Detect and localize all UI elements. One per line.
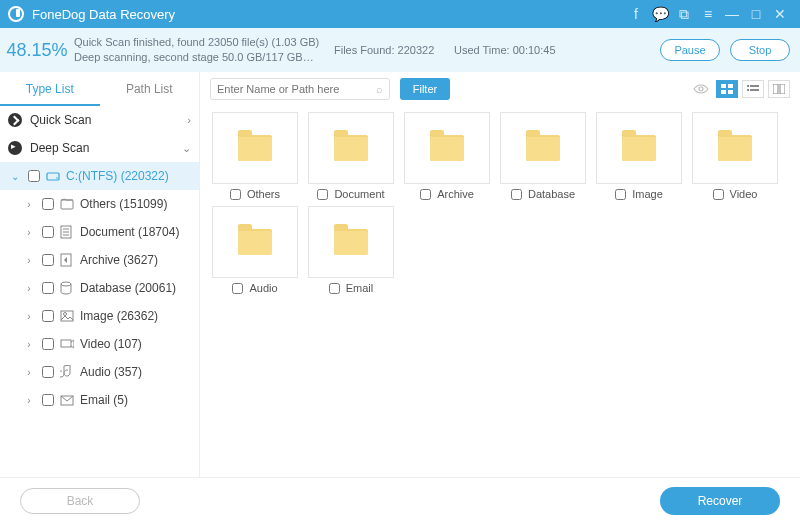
tree-item[interactable]: ›Document (18704) xyxy=(0,218,199,246)
grid-item[interactable]: Audio xyxy=(210,206,300,294)
grid-item-checkbox[interactable] xyxy=(232,283,243,294)
drive-icon xyxy=(46,170,62,182)
tree-item-label: Document (18704) xyxy=(80,225,179,239)
menu-icon[interactable]: ≡ xyxy=(696,2,720,26)
drive-checkbox[interactable] xyxy=(28,170,40,182)
grid-item-checkbox[interactable] xyxy=(420,189,431,200)
grid-item-checkbox[interactable] xyxy=(713,189,724,200)
folder-thumbnail xyxy=(596,112,682,184)
chevron-right-icon: › xyxy=(22,227,36,238)
svg-rect-9 xyxy=(61,311,73,321)
category-icon xyxy=(60,225,76,239)
recover-button[interactable]: Recover xyxy=(660,487,780,515)
facebook-icon[interactable]: f xyxy=(624,2,648,26)
used-time-label: Used Time: xyxy=(454,44,510,56)
search-input[interactable] xyxy=(217,83,376,95)
folder-icon xyxy=(430,135,464,161)
search-icon: ⌕ xyxy=(376,83,383,95)
view-list-icon[interactable] xyxy=(742,80,764,98)
grid-item[interactable]: Archive xyxy=(402,112,492,200)
folder-thumbnail xyxy=(308,112,394,184)
grid-item-label: Audio xyxy=(249,282,277,294)
tree: Quick Scan › Deep Scan ⌄ ⌄ C:(NTFS) (220… xyxy=(0,106,199,477)
category-icon xyxy=(60,365,76,379)
category-icon xyxy=(60,310,76,322)
filter-button[interactable]: Filter xyxy=(400,78,450,100)
tree-item[interactable]: ›Database (20061) xyxy=(0,274,199,302)
grid-item[interactable]: Database xyxy=(498,112,588,200)
grid-item[interactable]: Email xyxy=(306,206,396,294)
chevron-down-icon: ⌄ xyxy=(182,142,191,155)
folder-icon xyxy=(238,229,272,255)
svg-rect-22 xyxy=(773,84,778,94)
tree-item-checkbox[interactable] xyxy=(42,394,54,406)
tree-item[interactable]: ›Others (151099) xyxy=(0,190,199,218)
tree-item-label: Archive (3627) xyxy=(80,253,158,267)
folder-icon xyxy=(334,135,368,161)
tree-item-checkbox[interactable] xyxy=(42,366,54,378)
tab-path-list[interactable]: Path List xyxy=(100,72,200,106)
view-grid-icon[interactable] xyxy=(716,80,738,98)
tree-item-checkbox[interactable] xyxy=(42,282,54,294)
tree-item-checkbox[interactable] xyxy=(42,226,54,238)
tree-item[interactable]: ›Archive (3627) xyxy=(0,246,199,274)
tab-type-list[interactable]: Type List xyxy=(0,72,100,106)
chevron-down-icon: ⌄ xyxy=(8,171,22,182)
grid-item-label: Document xyxy=(334,188,384,200)
titlebar: FoneDog Data Recovery f 💬 ⧉ ≡ — □ ✕ xyxy=(0,0,800,28)
category-icon xyxy=(60,253,76,267)
tree-item[interactable]: ›Video (107) xyxy=(0,330,199,358)
tree-deep-scan[interactable]: Deep Scan ⌄ xyxy=(0,134,199,162)
maximize-icon[interactable]: □ xyxy=(744,2,768,26)
grid-item[interactable]: Document xyxy=(306,112,396,200)
folder-thumbnail xyxy=(212,112,298,184)
grid-item[interactable]: Image xyxy=(594,112,684,200)
chevron-right-icon: › xyxy=(22,311,36,322)
files-found-value: 220322 xyxy=(398,44,435,56)
tree-item[interactable]: ›Email (5) xyxy=(0,386,199,414)
tree-item[interactable]: ›Audio (357) xyxy=(0,358,199,386)
tree-item-label: Audio (357) xyxy=(80,365,142,379)
feedback-icon[interactable]: 💬 xyxy=(648,2,672,26)
tree-quick-scan[interactable]: Quick Scan › xyxy=(0,106,199,134)
grid-item-checkbox[interactable] xyxy=(615,189,626,200)
file-grid: OthersDocumentArchiveDatabaseImageVideoA… xyxy=(200,106,800,300)
tree-item-checkbox[interactable] xyxy=(42,338,54,350)
minimize-icon[interactable]: — xyxy=(720,2,744,26)
view-detail-icon[interactable] xyxy=(768,80,790,98)
folder-icon xyxy=(526,135,560,161)
scan-progress-percent: 48.15% xyxy=(0,40,74,61)
grid-item[interactable]: Video xyxy=(690,112,780,200)
svg-rect-21 xyxy=(750,89,759,91)
tree-item[interactable]: ›Image (26362) xyxy=(0,302,199,330)
back-button[interactable]: Back xyxy=(20,488,140,514)
search-box[interactable]: ⌕ xyxy=(210,78,390,100)
screenshot-icon[interactable]: ⧉ xyxy=(672,2,696,26)
grid-item-checkbox[interactable] xyxy=(230,189,241,200)
tree-drive[interactable]: ⌄ C:(NTFS) (220322) xyxy=(0,162,199,190)
chevron-right-icon: › xyxy=(22,255,36,266)
grid-item-checkbox[interactable] xyxy=(317,189,328,200)
check-circle-icon xyxy=(8,113,22,127)
app-logo-icon xyxy=(8,6,24,22)
chevron-right-icon: › xyxy=(22,339,36,350)
folder-icon xyxy=(238,135,272,161)
tree-item-checkbox[interactable] xyxy=(42,198,54,210)
preview-icon[interactable] xyxy=(690,80,712,98)
folder-icon xyxy=(334,229,368,255)
tree-item-checkbox[interactable] xyxy=(42,310,54,322)
status-bar: 48.15% Quick Scan finished, found 23050 … xyxy=(0,28,800,72)
pause-button[interactable]: Pause xyxy=(660,39,720,61)
chevron-right-icon: › xyxy=(22,367,36,378)
folder-icon xyxy=(622,135,656,161)
grid-item[interactable]: Others xyxy=(210,112,300,200)
grid-item-checkbox[interactable] xyxy=(511,189,522,200)
grid-item-checkbox[interactable] xyxy=(329,283,340,294)
folder-thumbnail xyxy=(212,206,298,278)
grid-item-label: Others xyxy=(247,188,280,200)
svg-point-10 xyxy=(64,313,67,316)
tree-item-checkbox[interactable] xyxy=(42,254,54,266)
close-icon[interactable]: ✕ xyxy=(768,2,792,26)
svg-point-8 xyxy=(61,282,71,286)
stop-button[interactable]: Stop xyxy=(730,39,790,61)
